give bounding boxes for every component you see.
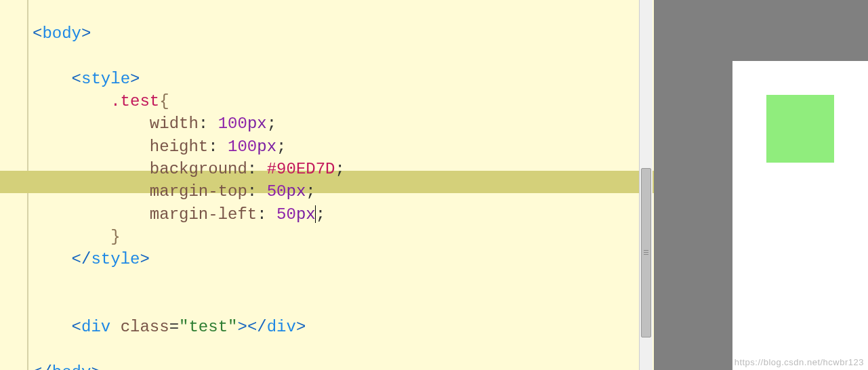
css-prop-margin-top: margin-top: [150, 182, 247, 201]
css-prop-height: height: [150, 138, 208, 156]
css-prop-margin-left: margin-left: [150, 205, 257, 224]
watermark-text: https://blog.csdn.net/hcwbr123: [735, 357, 864, 367]
code-editor-pane: <body> <style> .test{ width: 100px; heig…: [0, 0, 654, 370]
preview-page: [732, 61, 868, 370]
body-open-tag: body: [42, 24, 81, 43]
style-open-tag: style: [81, 70, 130, 88]
div-open-tag: div: [81, 318, 110, 336]
css-prop-background: background: [150, 160, 247, 178]
code-area[interactable]: <body> <style> .test{ width: 100px; heig…: [0, 0, 654, 370]
css-selector-test: .test: [110, 92, 159, 110]
style-close-tag: style: [91, 250, 140, 268]
preview-pane: https://blog.csdn.net/hcwbr123: [654, 0, 868, 370]
body-close-tag: body: [52, 363, 91, 370]
css-prop-width: width: [150, 115, 199, 133]
test-div-preview: [766, 95, 834, 163]
code-content[interactable]: <body> <style> .test{ width: 100px; heig…: [33, 22, 654, 370]
